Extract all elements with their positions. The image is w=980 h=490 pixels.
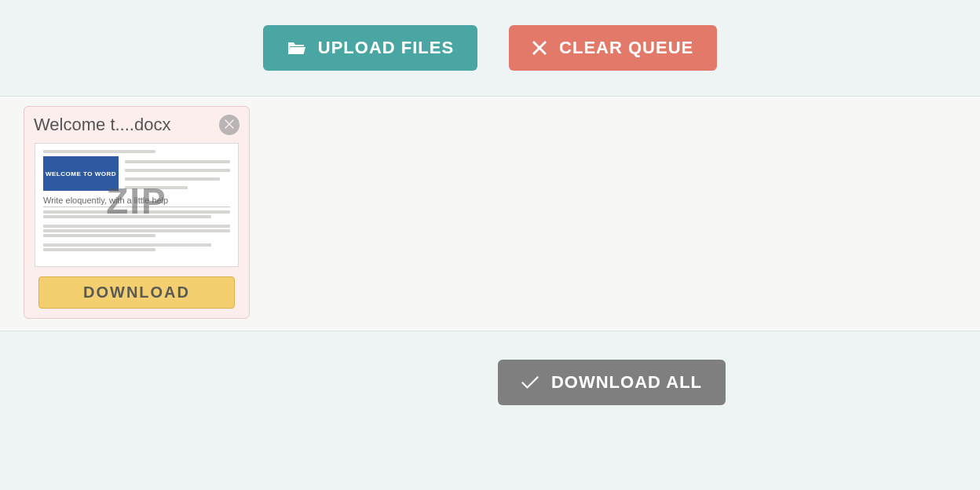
preview-banner: WELCOME TO WORD [43, 156, 119, 191]
close-icon [225, 118, 234, 132]
download-all-button[interactable]: DOWNLOAD ALL [498, 360, 726, 405]
upload-files-label: UPLOAD FILES [318, 38, 454, 58]
download-file-button[interactable]: DOWNLOAD [38, 276, 235, 309]
queue-area: Welcome t....docx WELCOME TO WORD Write … [0, 96, 980, 331]
remove-file-button[interactable] [219, 115, 240, 135]
download-file-label: DOWNLOAD [83, 283, 190, 301]
download-all-label: DOWNLOAD ALL [551, 372, 702, 393]
check-icon [521, 375, 539, 389]
toolbar: UPLOAD FILES CLEAR QUEUE [0, 0, 980, 96]
preview-heading: Write eloquently, with a little help [43, 196, 230, 207]
clear-queue-label: CLEAR QUEUE [559, 38, 693, 58]
upload-files-button[interactable]: UPLOAD FILES [263, 25, 477, 71]
file-preview: WELCOME TO WORD Write eloquently, with a… [35, 143, 239, 267]
file-card-header: Welcome t....docx [34, 115, 240, 135]
clear-queue-button[interactable]: CLEAR QUEUE [509, 25, 717, 71]
footer: DOWNLOAD ALL [243, 331, 980, 405]
folder-open-icon [287, 40, 305, 56]
close-icon [532, 41, 547, 55]
file-name: Welcome t....docx [34, 115, 170, 135]
file-card: Welcome t....docx WELCOME TO WORD Write … [24, 106, 250, 319]
